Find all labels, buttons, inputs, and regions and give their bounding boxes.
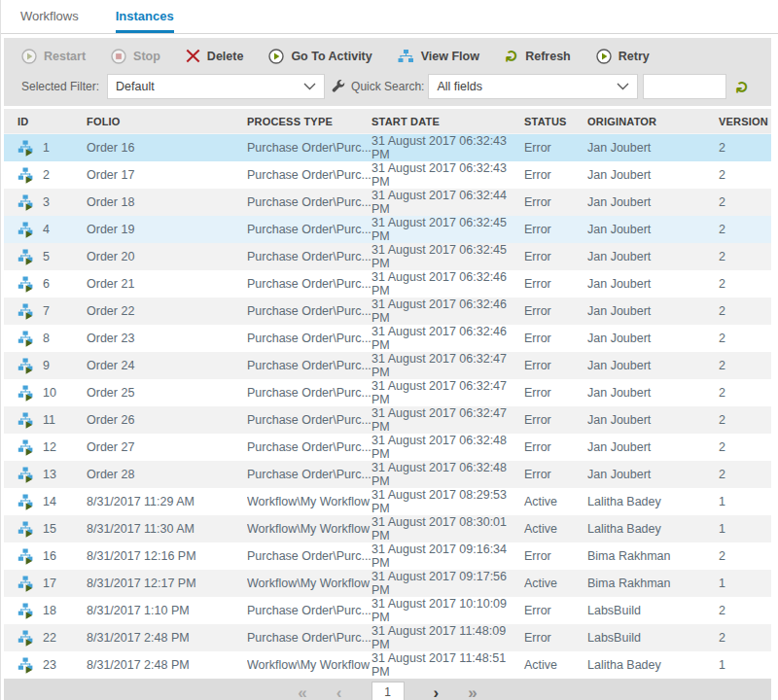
cell-version: 2 xyxy=(719,359,771,372)
workflow-instance-icon-cell xyxy=(18,140,43,157)
cell-status: Error xyxy=(524,250,587,263)
quick-search-input[interactable] xyxy=(643,74,726,99)
cell-id: 7 xyxy=(43,304,87,318)
next-page-icon[interactable]: › xyxy=(434,684,440,700)
cell-originator: Lalitha Badey xyxy=(587,658,719,672)
cell-folio: Order 20 xyxy=(87,250,247,263)
table-row[interactable]: 8Order 23Purchase Order\Purc...31 August… xyxy=(4,325,771,352)
cell-version: 1 xyxy=(719,495,771,508)
cell-status: Active xyxy=(524,522,587,536)
cell-id: 1 xyxy=(43,141,87,155)
table-row[interactable]: 188/31/2017 1:10 PMPurchase Order\Purc..… xyxy=(4,597,771,624)
workflow-instance-icon-cell xyxy=(18,194,43,211)
table-row[interactable]: 4Order 19Purchase Order\Purc...31 August… xyxy=(4,216,771,243)
table-row[interactable]: 178/31/2017 12:17 PMWorkflow\My Workflow… xyxy=(4,570,771,597)
delete-button[interactable]: Delete xyxy=(186,49,244,63)
column-header-start-date[interactable]: START DATE xyxy=(371,116,524,127)
cell-id: 12 xyxy=(43,440,87,454)
cell-process-type: Purchase Order\Purc... xyxy=(247,141,371,155)
table-row[interactable]: 6Order 21Purchase Order\Purc...31 August… xyxy=(4,270,771,298)
first-page-icon[interactable]: « xyxy=(298,684,306,700)
cell-folio: Order 19 xyxy=(87,223,247,236)
column-header-folio[interactable]: FOLIO xyxy=(87,116,247,127)
workflow-instance-icon xyxy=(18,412,34,429)
column-header-status[interactable]: STATUS xyxy=(524,116,587,127)
table-row[interactable]: 9Order 24Purchase Order\Purc...31 August… xyxy=(4,352,771,379)
cell-start-date: 31 August 2017 06:32:46 PM xyxy=(371,325,524,352)
cell-start-date: 31 August 2017 11:48:51 PM xyxy=(371,651,524,679)
workflow-instance-icon xyxy=(18,494,34,510)
workflow-instance-icon-cell xyxy=(18,494,43,510)
table-row[interactable]: 1Order 16Purchase Order\Purc...31 August… xyxy=(4,134,771,161)
cell-id: 16 xyxy=(43,549,87,563)
view-flow-button[interactable]: View Flow xyxy=(398,49,479,64)
restart-button[interactable]: Restart xyxy=(21,49,86,64)
previous-page-icon[interactable]: ‹ xyxy=(336,684,342,700)
cell-start-date: 31 August 2017 11:48:09 PM xyxy=(371,624,524,651)
table-row[interactable]: 10Order 25Purchase Order\Purc...31 Augus… xyxy=(4,379,771,406)
cell-start-date: 31 August 2017 10:10:09 PM xyxy=(371,597,524,624)
current-page-number[interactable]: 1 xyxy=(371,682,405,700)
go-to-activity-button[interactable]: Go To Activity xyxy=(268,49,371,64)
table-row[interactable]: 11Order 26Purchase Order\Purc...31 Augus… xyxy=(4,406,771,434)
table-row[interactable]: 5Order 20Purchase Order\Purc...31 August… xyxy=(4,243,771,270)
tab-workflows[interactable]: Workflows xyxy=(20,0,79,33)
column-header-originator[interactable]: ORIGINATOR xyxy=(587,116,719,127)
cell-status: Active xyxy=(524,658,587,672)
refresh-button[interactable]: ↻ Refresh xyxy=(505,48,571,64)
table-row[interactable]: 3Order 18Purchase Order\Purc...31 August… xyxy=(4,189,771,216)
cell-id: 18 xyxy=(43,604,87,617)
table-row[interactable]: 168/31/2017 12:16 PMPurchase Order\Purc.… xyxy=(4,542,771,570)
workflow-instance-icon xyxy=(18,331,34,347)
workflow-instance-icon xyxy=(18,657,34,674)
cell-version: 1 xyxy=(719,658,771,672)
workflow-instance-icon-cell xyxy=(18,548,43,565)
cell-process-type: Workflow\My Workflow xyxy=(247,658,371,672)
selected-filter-label: Selected Filter: xyxy=(21,80,99,93)
cell-id: 4 xyxy=(43,223,87,236)
column-header-process-type[interactable]: PROCESS TYPE xyxy=(247,116,371,127)
cell-start-date: 31 August 2017 06:32:48 PM xyxy=(371,434,524,461)
cell-version: 2 xyxy=(719,440,771,454)
play-circle-icon xyxy=(268,49,284,64)
delete-label: Delete xyxy=(207,50,244,63)
workflow-instance-icon-cell xyxy=(18,303,43,320)
table-row[interactable]: 238/31/2017 2:48 PMWorkflow\My Workflow3… xyxy=(4,651,771,679)
cell-start-date: 31 August 2017 06:32:43 PM xyxy=(371,161,524,189)
toolbar: Restart Stop Delete Go xyxy=(4,43,771,69)
last-page-icon[interactable]: » xyxy=(468,684,477,700)
cell-process-type: Purchase Order\Purc... xyxy=(247,386,371,400)
cell-version: 2 xyxy=(719,277,771,291)
table-row[interactable]: 158/31/2017 11:30 AMWorkflow\My Workflow… xyxy=(4,515,771,542)
search-refresh-icon[interactable]: ↻ xyxy=(734,80,751,93)
stop-button[interactable]: Stop xyxy=(111,49,160,64)
retry-button[interactable]: Retry xyxy=(596,49,650,64)
table-row[interactable]: 2Order 17Purchase Order\Purc...31 August… xyxy=(4,161,771,189)
cell-version: 2 xyxy=(719,549,771,563)
column-header-id[interactable]: ID xyxy=(18,116,87,127)
selected-filter-dropdown[interactable]: Default xyxy=(107,74,325,99)
cell-originator: Jan Joubert xyxy=(587,359,719,372)
cell-id: 8 xyxy=(43,332,87,345)
tab-instances[interactable]: Instances xyxy=(116,0,174,33)
workflow-instance-icon xyxy=(18,439,34,456)
table-row[interactable]: 7Order 22Purchase Order\Purc...31 August… xyxy=(4,298,771,325)
workflow-instance-icon xyxy=(18,140,34,157)
workflow-instance-icon-cell xyxy=(18,467,43,483)
table-row[interactable]: 13Order 28Purchase Order\Purc...31 Augus… xyxy=(4,461,771,488)
cell-start-date: 31 August 2017 06:32:43 PM xyxy=(371,134,524,161)
column-header-version[interactable]: VERSION xyxy=(719,116,771,127)
quick-search-field-dropdown[interactable]: All fields xyxy=(428,74,638,99)
cell-originator: Lalitha Badey xyxy=(587,522,719,536)
table-row[interactable]: 148/31/2017 11:29 AMWorkflow\My Workflow… xyxy=(4,488,771,515)
workflow-instance-icon xyxy=(18,630,34,647)
cell-folio: Order 18 xyxy=(87,195,247,209)
cell-status: Error xyxy=(524,195,587,209)
workflow-instance-icon-cell xyxy=(18,385,43,402)
workflow-instance-icon-cell xyxy=(18,412,43,429)
table-row[interactable]: 228/31/2017 2:48 PMPurchase Order\Purc..… xyxy=(4,624,771,651)
cell-folio: Order 17 xyxy=(87,168,247,182)
cell-originator: Jan Joubert xyxy=(587,195,719,209)
table-row[interactable]: 12Order 27Purchase Order\Purc...31 Augus… xyxy=(4,434,771,461)
chevron-down-icon xyxy=(303,83,316,90)
